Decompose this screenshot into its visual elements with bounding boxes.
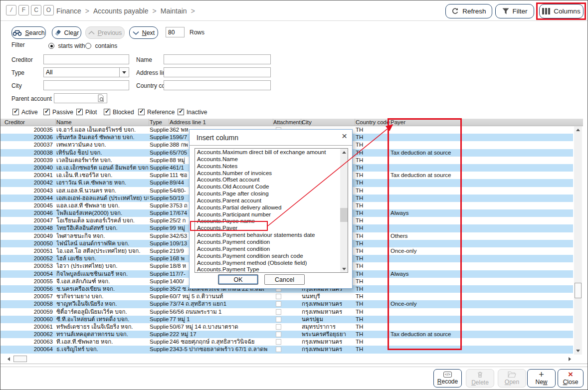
next-button[interactable]: Next [129,26,158,39]
column-list[interactable]: Accounts.Maximum direct bill of exchange… [195,148,348,273]
clear-button[interactable]: Clear [52,26,81,39]
column-list-item[interactable]: Accounts.Payment behaviour statements da… [195,231,341,238]
previous-button[interactable]: Previous [85,26,125,39]
table-row[interactable]: 200060ซี.ที.อะไหล่ยนต์ เทรดดิ้ง บจก.Supp… [0,316,573,323]
column-list-item[interactable]: Accounts.Payee name [195,217,341,224]
checkbox-blocked[interactable]: Blocked [104,107,134,116]
dialog-close-icon[interactable]: × [342,131,347,142]
column-list-item[interactable]: Accounts.Maximum direct bill of exchange… [195,149,341,156]
attachments-checkbox[interactable] [276,339,281,345]
table-row[interactable]: 200064ธ.เจริญไทร์ บจก.Supplier2343-5 ปาก… [0,346,573,353]
attachments-checkbox[interactable] [276,347,281,352]
lookup-icon[interactable] [97,94,105,104]
table-row[interactable]: 200059ซิตี้อาร์ตอลูมิเนียมเวิร์ค บจก.Sup… [0,308,573,316]
breadcrumb-item[interactable]: Maintain [161,7,187,15]
radio-starts-with[interactable]: starts with [48,41,85,50]
column-list-item[interactable]: Accounts.Old Account Code [195,183,341,190]
column-list-item[interactable]: Accounts.Number of invoices [195,170,341,177]
radio-contains[interactable]: contains [85,41,117,50]
list-scroll-down-icon[interactable] [340,265,348,272]
col-header-address[interactable]: Address line 1 [170,119,206,125]
horizontal-scrollbar-thumb[interactable] [13,356,27,362]
horizontal-scrollbar[interactable] [0,355,583,363]
table-row[interactable]: 200061ทรัพย์เดชาธร เอ็นจิเนียริ่ง หจก.Su… [0,323,573,331]
quick-button-o[interactable]: O [43,5,54,15]
attachments-checkbox[interactable] [276,301,281,307]
city-input[interactable] [43,80,129,90]
dropdown-arrow-icon[interactable] [119,68,129,77]
quick-button-slash[interactable]: / [6,5,16,15]
column-list-item[interactable]: Accounts.Payment condition [195,245,341,252]
rows-input[interactable] [166,27,185,37]
table-row[interactable]: 200057ชวกิจรามยาง บจก.Supplier60/7 หมู่ … [0,293,573,300]
column-list-item[interactable]: Accounts.Parent account [195,197,341,204]
col-header-creditor[interactable]: Creditor [4,119,25,125]
col-header-city[interactable]: City [302,119,312,125]
vertical-scrollbar[interactable] [574,126,582,355]
new-button[interactable]: + New [527,369,556,388]
scroll-right-icon[interactable] [566,355,574,363]
creditor-input[interactable] [43,54,129,64]
refresh-button[interactable]: Refresh [445,4,492,18]
attachments-checkbox[interactable] [276,309,281,315]
checkbox-reference[interactable]: Reference [138,107,175,116]
column-list-item[interactable]: Accounts.Page after closing [195,190,341,197]
vertical-scrollbar-thumb[interactable] [575,283,582,298]
table-row[interactable]: 200058ชาญทวีเอ็นจิเนียริ่ง หจก.Supplier7… [0,300,573,308]
cell-payer [391,285,460,293]
table-row[interactable]: 200063ที.เอส.ที.ซัพพลาย หจก.Supplier246 … [0,338,573,346]
column-list-item[interactable]: Accounts.Participant number [195,211,341,218]
type-select[interactable]: All [43,67,129,77]
attachments-checkbox[interactable] [276,294,281,299]
ok-button[interactable]: OK [218,274,258,285]
attachments-checkbox[interactable] [276,324,281,330]
cell-country: TH [356,202,388,209]
cell-name: ไพศาลชนะกิจ หจก. [56,232,149,240]
quick-button-c[interactable]: C [31,5,41,15]
recode-button[interactable]: </> Recode [433,369,462,388]
col-header-type[interactable]: Type [150,119,162,125]
col-header-attachments[interactable]: Attachments [273,119,303,125]
table-row[interactable]: 200062ทรานส์เทคอุตสาหกรรม บจก.Supplier22… [0,331,573,338]
scroll-left-icon[interactable] [4,355,12,363]
search-button[interactable]: Search [11,26,46,39]
checkbox-passive[interactable]: Passive [43,107,73,116]
column-list-item[interactable]: Accounts.Name [195,156,341,163]
column-list-item[interactable]: Accounts.Payment condition [195,238,341,245]
column-list-item[interactable]: Accounts.Partial delivery allowed [195,204,341,211]
column-list-item[interactable]: Accounts.Payment Type [195,266,341,273]
checkbox-pilot[interactable]: Pilot [76,107,97,116]
dialog-list-scrollbar[interactable] [340,149,348,272]
close-button[interactable]: × Close [558,369,584,388]
list-scrollbar-thumb[interactable] [340,208,348,222]
checkbox-active[interactable]: Active [12,107,38,116]
scroll-up-icon[interactable] [574,126,582,134]
open-button[interactable]: Open [498,369,526,388]
columns-button[interactable]: Columns [539,4,584,18]
column-list-item[interactable]: Accounts.Notes [195,163,341,170]
breadcrumb-item[interactable]: Accounts payable [93,7,149,15]
delete-button[interactable]: Delete [466,369,494,388]
address-input[interactable] [164,67,271,77]
column-list-item[interactable]: Accounts.Offset account [195,176,341,183]
scroll-down-icon[interactable] [574,347,582,355]
attachments-checkbox[interactable] [276,332,281,337]
column-list-item[interactable]: Accounts.Payer [195,224,341,231]
cell-creditor: 200045 [2,202,53,209]
checkbox-inactive[interactable]: Inactive [178,107,207,116]
cancel-button[interactable]: Cancel [264,274,305,285]
country-input[interactable] [164,80,271,90]
column-list-item[interactable]: Accounts.Payment condition search code [195,252,341,259]
breadcrumb-item[interactable]: Finance [56,7,81,15]
quick-button-f[interactable]: F [18,5,29,15]
name-input[interactable] [164,54,271,64]
col-header-name[interactable]: Name [56,119,72,125]
col-header-country[interactable]: Country code [356,119,390,125]
cell-payer [391,141,460,149]
table-header[interactable]: Creditor Name Type Address line 1 Attach… [0,119,583,126]
attachments-checkbox[interactable] [276,317,281,322]
list-scroll-up-icon[interactable] [340,149,348,156]
column-list-item[interactable]: Accounts.Payment method (Obsolete field) [195,259,341,266]
col-header-payer[interactable]: Payer [391,119,405,125]
filter-button[interactable]: Filter [495,4,534,18]
